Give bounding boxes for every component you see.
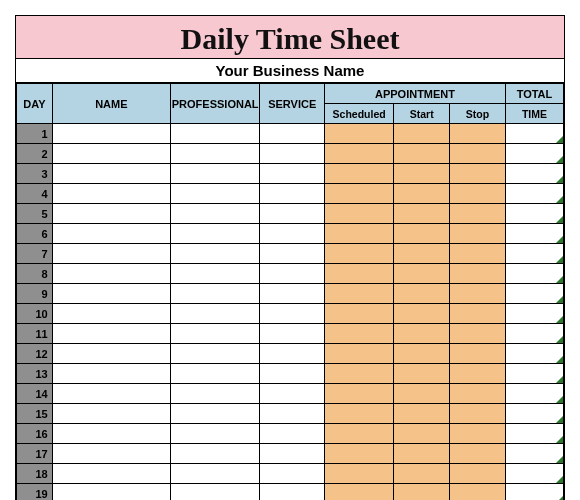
cell-day[interactable]: 16: [17, 424, 53, 444]
cell-total[interactable]: [505, 384, 563, 404]
cell-professional[interactable]: [171, 304, 260, 324]
cell-name[interactable]: [52, 484, 170, 501]
cell-professional[interactable]: [171, 484, 260, 501]
cell-stop[interactable]: [450, 404, 506, 424]
cell-professional[interactable]: [171, 244, 260, 264]
cell-name[interactable]: [52, 424, 170, 444]
cell-name[interactable]: [52, 364, 170, 384]
cell-scheduled[interactable]: [325, 304, 394, 324]
cell-start[interactable]: [394, 164, 450, 184]
cell-service[interactable]: [260, 184, 325, 204]
cell-total[interactable]: [505, 344, 563, 364]
cell-stop[interactable]: [450, 384, 506, 404]
cell-scheduled[interactable]: [325, 404, 394, 424]
cell-total[interactable]: [505, 464, 563, 484]
cell-total[interactable]: [505, 444, 563, 464]
cell-name[interactable]: [52, 244, 170, 264]
cell-day[interactable]: 1: [17, 124, 53, 144]
cell-stop[interactable]: [450, 204, 506, 224]
cell-stop[interactable]: [450, 284, 506, 304]
cell-stop[interactable]: [450, 484, 506, 501]
cell-service[interactable]: [260, 404, 325, 424]
cell-professional[interactable]: [171, 364, 260, 384]
cell-day[interactable]: 8: [17, 264, 53, 284]
cell-day[interactable]: 11: [17, 324, 53, 344]
cell-professional[interactable]: [171, 464, 260, 484]
cell-total[interactable]: [505, 204, 563, 224]
cell-stop[interactable]: [450, 304, 506, 324]
cell-professional[interactable]: [171, 444, 260, 464]
cell-stop[interactable]: [450, 464, 506, 484]
cell-start[interactable]: [394, 444, 450, 464]
cell-start[interactable]: [394, 384, 450, 404]
cell-scheduled[interactable]: [325, 184, 394, 204]
cell-stop[interactable]: [450, 424, 506, 444]
cell-day[interactable]: 17: [17, 444, 53, 464]
cell-name[interactable]: [52, 404, 170, 424]
cell-service[interactable]: [260, 304, 325, 324]
cell-service[interactable]: [260, 124, 325, 144]
cell-stop[interactable]: [450, 144, 506, 164]
cell-total[interactable]: [505, 484, 563, 501]
cell-total[interactable]: [505, 224, 563, 244]
cell-professional[interactable]: [171, 264, 260, 284]
cell-name[interactable]: [52, 384, 170, 404]
cell-professional[interactable]: [171, 324, 260, 344]
cell-total[interactable]: [505, 244, 563, 264]
cell-start[interactable]: [394, 404, 450, 424]
cell-start[interactable]: [394, 264, 450, 284]
cell-name[interactable]: [52, 184, 170, 204]
cell-professional[interactable]: [171, 224, 260, 244]
cell-total[interactable]: [505, 284, 563, 304]
cell-total[interactable]: [505, 404, 563, 424]
cell-service[interactable]: [260, 364, 325, 384]
cell-start[interactable]: [394, 304, 450, 324]
cell-day[interactable]: 5: [17, 204, 53, 224]
cell-day[interactable]: 3: [17, 164, 53, 184]
cell-scheduled[interactable]: [325, 124, 394, 144]
cell-start[interactable]: [394, 424, 450, 444]
cell-total[interactable]: [505, 164, 563, 184]
cell-service[interactable]: [260, 224, 325, 244]
cell-name[interactable]: [52, 304, 170, 324]
cell-total[interactable]: [505, 424, 563, 444]
cell-day[interactable]: 19: [17, 484, 53, 501]
cell-stop[interactable]: [450, 124, 506, 144]
cell-stop[interactable]: [450, 184, 506, 204]
cell-day[interactable]: 7: [17, 244, 53, 264]
cell-day[interactable]: 2: [17, 144, 53, 164]
cell-scheduled[interactable]: [325, 364, 394, 384]
cell-scheduled[interactable]: [325, 144, 394, 164]
cell-stop[interactable]: [450, 324, 506, 344]
cell-day[interactable]: 4: [17, 184, 53, 204]
cell-professional[interactable]: [171, 284, 260, 304]
cell-name[interactable]: [52, 324, 170, 344]
cell-scheduled[interactable]: [325, 264, 394, 284]
cell-name[interactable]: [52, 284, 170, 304]
cell-total[interactable]: [505, 304, 563, 324]
cell-start[interactable]: [394, 464, 450, 484]
cell-stop[interactable]: [450, 444, 506, 464]
cell-professional[interactable]: [171, 404, 260, 424]
cell-scheduled[interactable]: [325, 464, 394, 484]
cell-total[interactable]: [505, 324, 563, 344]
cell-stop[interactable]: [450, 164, 506, 184]
cell-total[interactable]: [505, 364, 563, 384]
cell-professional[interactable]: [171, 424, 260, 444]
cell-start[interactable]: [394, 224, 450, 244]
cell-start[interactable]: [394, 144, 450, 164]
cell-professional[interactable]: [171, 344, 260, 364]
cell-scheduled[interactable]: [325, 164, 394, 184]
cell-scheduled[interactable]: [325, 204, 394, 224]
cell-service[interactable]: [260, 464, 325, 484]
cell-service[interactable]: [260, 244, 325, 264]
cell-scheduled[interactable]: [325, 444, 394, 464]
cell-day[interactable]: 12: [17, 344, 53, 364]
cell-scheduled[interactable]: [325, 224, 394, 244]
cell-day[interactable]: 18: [17, 464, 53, 484]
cell-start[interactable]: [394, 184, 450, 204]
cell-scheduled[interactable]: [325, 284, 394, 304]
cell-start[interactable]: [394, 204, 450, 224]
cell-stop[interactable]: [450, 224, 506, 244]
cell-name[interactable]: [52, 224, 170, 244]
